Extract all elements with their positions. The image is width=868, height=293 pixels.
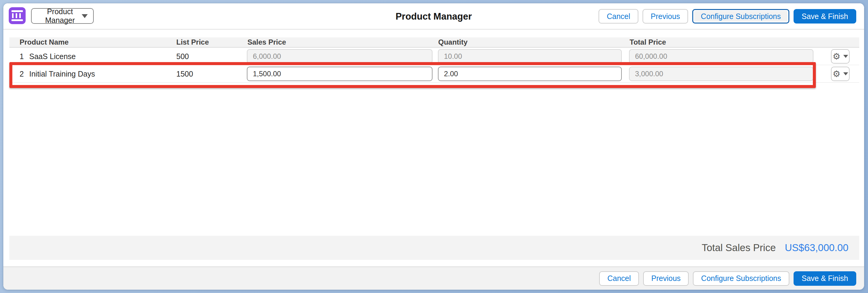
save-finish-button[interactable]: Save & Finish (794, 271, 856, 286)
list-price: 500 (176, 52, 189, 61)
chevron-down-icon (843, 72, 848, 76)
column-header-quantity: Quantity (438, 38, 467, 47)
previous-button[interactable]: Previous (643, 9, 688, 24)
cancel-button[interactable]: Cancel (598, 9, 638, 24)
column-header-list-price: List Price (176, 38, 209, 47)
top-bar: Product Manager Product Manager Cancel P… (3, 3, 864, 30)
product-manager-window: Product Manager Product Manager Cancel P… (3, 3, 864, 290)
configure-subscriptions-button[interactable]: Configure Subscriptions (693, 271, 789, 286)
save-finish-button[interactable]: Save & Finish (794, 9, 856, 24)
table-row-saas-license: 1 SaaS License 500 ⚙ (9, 48, 859, 65)
gear-icon: ⚙ (833, 52, 841, 61)
quantity-input (438, 49, 622, 64)
footer-action-bar: Cancel Previous Configure Subscriptions … (3, 266, 864, 290)
total-sales-price-value: US$63,000.00 (785, 242, 848, 254)
total-sales-price-label: Total Sales Price (702, 242, 776, 254)
column-header-sales-price: Sales Price (247, 38, 286, 47)
total-price-input (629, 49, 813, 64)
chevron-down-icon (82, 14, 88, 18)
cancel-button[interactable]: Cancel (599, 271, 639, 286)
previous-button[interactable]: Previous (643, 271, 689, 286)
product-name: SaaS License (29, 52, 76, 61)
quantity-input[interactable] (438, 67, 622, 81)
sales-price-input[interactable] (247, 67, 433, 81)
row-actions-button[interactable]: ⚙ (831, 49, 849, 64)
row-number: 2 (20, 69, 24, 78)
product-manager-picker[interactable]: Product Manager (31, 8, 94, 24)
quote-lines-table: Product Name List Price Sales Price Quan… (9, 37, 859, 83)
configure-subscriptions-button[interactable]: Configure Subscriptions (692, 9, 789, 24)
product-name: Initial Training Days (29, 69, 95, 78)
list-price: 1500 (176, 69, 193, 78)
pricebook-app-icon (9, 7, 26, 24)
column-header-product-name: Product Name (20, 38, 69, 47)
column-header-total-price: Total Price (629, 38, 666, 47)
table-row-initial-training-days: 2 Initial Training Days 1500 ⚙ (9, 65, 859, 83)
table-header-row: Product Name List Price Sales Price Quan… (9, 37, 859, 48)
total-sales-price-band: Total Sales Price US$63,000.00 (9, 236, 859, 260)
gear-icon: ⚙ (833, 70, 841, 78)
picker-label: Product Manager (38, 7, 82, 25)
row-number: 1 (20, 52, 24, 61)
chevron-down-icon (843, 55, 848, 58)
top-action-bar: Cancel Previous Configure Subscriptions … (598, 9, 856, 24)
row-actions-button[interactable]: ⚙ (831, 67, 849, 81)
sales-price-input (247, 49, 433, 64)
total-price-input (629, 67, 813, 81)
